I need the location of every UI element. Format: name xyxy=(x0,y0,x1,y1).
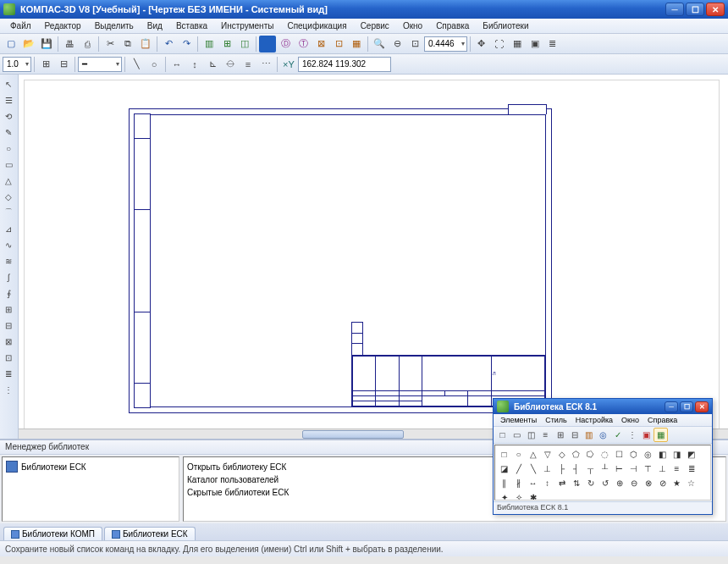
ftool-8[interactable]: ✓ xyxy=(610,428,625,442)
palette-item-32[interactable]: ⇄ xyxy=(554,476,569,490)
palette-item-8[interactable]: ☐ xyxy=(612,447,626,462)
palette-item-23[interactable]: ⊣ xyxy=(626,462,641,476)
palette-item-40[interactable]: ★ xyxy=(670,476,684,490)
maximize-button[interactable]: ☐ xyxy=(686,3,704,16)
scale-combo[interactable]: 1.0 xyxy=(3,57,31,72)
side-icon-4[interactable]: ○ xyxy=(1,141,16,156)
cut-icon[interactable]: ✂ xyxy=(102,36,119,53)
open-icon[interactable]: 📂 xyxy=(20,36,37,53)
text-icon[interactable]: Ⓣ xyxy=(295,36,312,53)
palette-item-20[interactable]: ┬ xyxy=(583,462,598,476)
line1-icon[interactable]: ╲ xyxy=(128,56,145,73)
dim-icon[interactable]: Ⓓ xyxy=(277,36,294,53)
ftool-3[interactable]: ≡ xyxy=(538,428,553,442)
palette-item-22[interactable]: ⊢ xyxy=(612,462,626,476)
menu-libraries[interactable]: Библиотеки xyxy=(476,19,535,32)
dim4-icon[interactable]: ⦵ xyxy=(222,56,239,73)
palette-item-39[interactable]: ⊘ xyxy=(655,476,670,490)
lib-tab-0[interactable]: Библиотеки КОМП xyxy=(3,527,102,540)
float-titlebar[interactable]: Библиотека ЕСК 8.1 ─ ☐ ✕ xyxy=(494,399,712,414)
palette-item-38[interactable]: ⊗ xyxy=(641,476,655,490)
float-menu-4[interactable]: Справка xyxy=(643,415,681,425)
ftool-9[interactable]: ⋮ xyxy=(625,428,639,442)
prop2-icon[interactable]: ⊟ xyxy=(55,56,72,73)
side-icon-2[interactable]: ⟲ xyxy=(1,108,16,124)
zoomout-icon[interactable]: ⊖ xyxy=(389,36,405,53)
library-tree-item[interactable]: Библиотеки ЕСК xyxy=(6,461,175,473)
lib2-icon[interactable]: ⊡ xyxy=(330,36,347,53)
side-icon-11[interactable]: ≋ xyxy=(1,253,16,268)
zoom-combo[interactable]: 0.4446 xyxy=(424,36,467,52)
float-close-button[interactable]: ✕ xyxy=(695,401,709,412)
ftool-6[interactable]: ▥ xyxy=(582,428,596,442)
tool2-icon[interactable]: ⊞ xyxy=(218,36,235,53)
layer-icon[interactable]: ≣ xyxy=(544,36,561,53)
floating-library-window[interactable]: Библиотека ЕСК 8.1 ─ ☐ ✕ Элементы Стиль … xyxy=(493,398,713,515)
dim5-icon[interactable]: ≡ xyxy=(240,56,256,73)
ftool-5[interactable]: ⊟ xyxy=(567,428,582,442)
palette-item-0[interactable]: □ xyxy=(497,447,511,462)
side-icon-15[interactable]: ⊟ xyxy=(1,318,16,333)
palette-item-28[interactable]: ∥ xyxy=(497,476,511,490)
palette-item-24[interactable]: ⊤ xyxy=(641,462,655,476)
side-icon-16[interactable]: ⊠ xyxy=(1,334,16,349)
palette-item-26[interactable]: ≡ xyxy=(670,462,684,476)
palette-item-6[interactable]: ⭔ xyxy=(583,447,598,462)
palette-item-5[interactable]: ⬠ xyxy=(569,447,583,462)
palette-item-27[interactable]: ≣ xyxy=(684,462,698,476)
side-icon-13[interactable]: ∮ xyxy=(1,285,16,301)
menu-edit[interactable]: Редактор xyxy=(38,19,88,32)
float-menu-3[interactable]: Окно xyxy=(617,415,643,425)
dim1-icon[interactable]: ↔ xyxy=(168,56,185,73)
palette-item-44[interactable]: ✱ xyxy=(526,490,540,500)
side-icon-10[interactable]: ∿ xyxy=(1,237,16,252)
side-icon-7[interactable]: ◇ xyxy=(1,189,16,204)
redo-icon[interactable]: ↷ xyxy=(178,36,195,53)
palette-item-18[interactable]: ├ xyxy=(554,462,569,476)
side-icon-3[interactable]: ✎ xyxy=(1,124,16,140)
side-icon-0[interactable]: ↖ xyxy=(1,76,16,91)
save-icon[interactable]: 💾 xyxy=(38,36,55,53)
lib-icon[interactable]: ⊠ xyxy=(312,36,329,53)
line2-icon[interactable]: ○ xyxy=(146,56,163,73)
palette-item-36[interactable]: ⊕ xyxy=(612,476,626,490)
ftool-11[interactable]: ▦ xyxy=(654,428,668,442)
menu-select[interactable]: Выделить xyxy=(88,19,141,32)
palette-item-12[interactable]: ◨ xyxy=(670,447,684,462)
print-icon[interactable]: 🖶 xyxy=(61,36,78,53)
palette-item-25[interactable]: ⊥ xyxy=(655,462,670,476)
pan-icon[interactable]: ✥ xyxy=(473,36,490,53)
palette-item-2[interactable]: △ xyxy=(526,447,540,462)
zoomin-icon[interactable]: 🔍 xyxy=(371,36,388,53)
side-icon-12[interactable]: ∫ xyxy=(1,269,16,285)
palette-item-29[interactable]: ∦ xyxy=(511,476,526,490)
side-icon-5[interactable]: ▭ xyxy=(1,157,16,172)
palette-item-1[interactable]: ○ xyxy=(511,447,526,462)
fill-icon[interactable] xyxy=(259,36,276,53)
palette-item-19[interactable]: ┤ xyxy=(569,462,583,476)
dim2-icon[interactable]: ↕ xyxy=(186,56,203,73)
menu-file[interactable]: Файл xyxy=(3,19,38,32)
tool3-icon[interactable]: ◫ xyxy=(236,36,253,53)
float-min-button[interactable]: ─ xyxy=(665,401,678,412)
dim3-icon[interactable]: ⊾ xyxy=(204,56,221,73)
menu-service[interactable]: Сервис xyxy=(354,19,396,32)
drawing-canvas[interactable]: Л xyxy=(19,75,728,439)
dim6-icon[interactable]: ⋯ xyxy=(257,56,274,73)
copy-icon[interactable]: ⧉ xyxy=(119,36,136,53)
palette-item-33[interactable]: ⇅ xyxy=(569,476,583,490)
ftool-0[interactable]: □ xyxy=(495,428,510,442)
side-icon-19[interactable]: ⋮ xyxy=(1,382,16,397)
side-icon-8[interactable]: ⌒ xyxy=(1,205,16,220)
palette-item-7[interactable]: ◌ xyxy=(598,447,612,462)
zoomwin-icon[interactable]: ⊡ xyxy=(406,36,423,53)
grid-icon[interactable]: ▦ xyxy=(509,36,526,53)
ftool-10[interactable]: ▣ xyxy=(639,428,654,442)
palette-item-3[interactable]: ▽ xyxy=(540,447,554,462)
palette-item-35[interactable]: ↺ xyxy=(598,476,612,490)
preview-icon[interactable]: ⎙ xyxy=(79,36,96,53)
ftool-4[interactable]: ⊞ xyxy=(553,428,567,442)
fit-icon[interactable]: ⛶ xyxy=(491,36,508,53)
ftool-2[interactable]: ◫ xyxy=(524,428,538,442)
palette-item-17[interactable]: ⊥ xyxy=(540,462,554,476)
